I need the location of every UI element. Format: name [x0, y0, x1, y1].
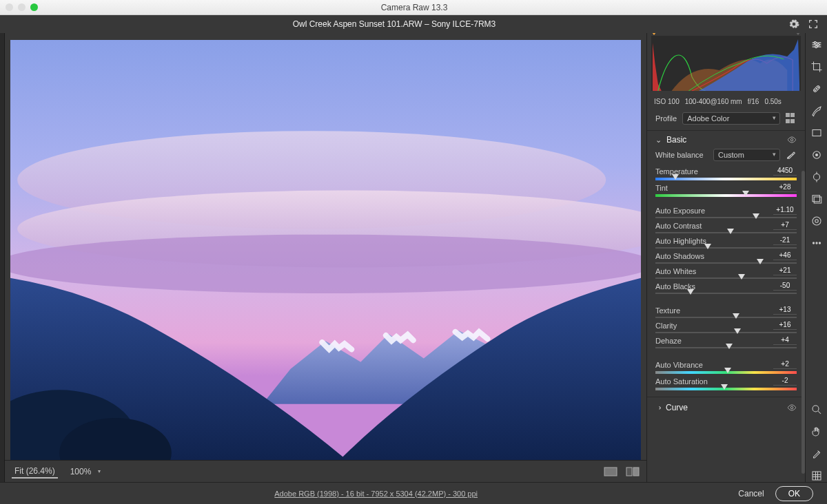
- zoom-100[interactable]: 100%: [68, 465, 94, 478]
- dehaze-value[interactable]: +4: [773, 336, 797, 345]
- highlights-value[interactable]: -21: [773, 236, 797, 245]
- tint-value[interactable]: +28: [773, 183, 797, 192]
- shadow-clip-icon[interactable]: [650, 33, 658, 35]
- heal-tool-icon[interactable]: [810, 83, 823, 95]
- filmstrip-collapsed[interactable]: [0, 33, 5, 482]
- blacks-thumb[interactable]: [687, 289, 694, 295]
- whites-value[interactable]: +21: [773, 266, 797, 275]
- temperature-value[interactable]: 4450: [773, 167, 797, 176]
- zoom-window-icon[interactable]: [30, 3, 38, 11]
- saturation-track[interactable]: [655, 388, 797, 390]
- blacks-slider[interactable]: Auto Blacks-50: [655, 282, 797, 294]
- edit-panel: ISO 100 100-400@160 mm f/16 0.50s Profil…: [646, 33, 805, 482]
- edit-tool-icon[interactable]: [810, 39, 823, 51]
- highlight-clip-icon[interactable]: [794, 33, 802, 35]
- cancel-button[interactable]: Cancel: [738, 489, 764, 498]
- profile-browser-icon[interactable]: [786, 113, 797, 124]
- gradient-rect-tool-icon[interactable]: [810, 127, 823, 139]
- shadows-slider[interactable]: Auto Shadows+46: [655, 251, 797, 264]
- profile-select[interactable]: Adobe Color: [682, 112, 780, 125]
- shadows-track[interactable]: [655, 262, 797, 264]
- clarity-value[interactable]: +16: [773, 321, 797, 330]
- contrast-track[interactable]: [655, 232, 797, 233]
- texture-thumb[interactable]: [733, 313, 739, 319]
- histogram[interactable]: [651, 36, 801, 91]
- more-icon[interactable]: [810, 237, 823, 249]
- temperature-thumb[interactable]: [672, 174, 679, 180]
- vibrance-thumb[interactable]: [724, 368, 731, 373]
- tint-thumb[interactable]: [742, 191, 749, 196]
- eyedropper-icon[interactable]: [786, 149, 797, 160]
- highlights-track[interactable]: [655, 247, 797, 249]
- whites-thumb[interactable]: [738, 274, 745, 280]
- toggle-visibility-icon[interactable]: [787, 135, 797, 145]
- exposure-slider[interactable]: Auto Exposure+1.10: [655, 206, 797, 218]
- brush-tool-icon[interactable]: [810, 105, 823, 117]
- temperature-track[interactable]: [655, 178, 797, 180]
- panel-scrollbar[interactable]: [802, 171, 805, 474]
- texture-value[interactable]: +13: [773, 306, 797, 315]
- highlights-thumb[interactable]: [704, 244, 711, 249]
- hand-tool-icon[interactable]: [810, 426, 823, 438]
- redeye-tool-icon[interactable]: [810, 171, 823, 183]
- zoom-dropdown-icon[interactable]: ▾: [98, 468, 101, 474]
- vibrance-slider[interactable]: Auto Vibrance+2: [655, 360, 797, 374]
- image-canvas[interactable]: [5, 33, 646, 460]
- zoom-tool-icon[interactable]: [810, 403, 823, 416]
- toggle-visibility-icon[interactable]: [787, 403, 797, 412]
- wb-select[interactable]: Custom: [713, 149, 780, 161]
- snapshots-icon[interactable]: [810, 193, 823, 205]
- dehaze-track[interactable]: [655, 347, 797, 348]
- exposure-track[interactable]: [655, 217, 797, 218]
- before-after-view-icon[interactable]: [626, 467, 640, 476]
- zoom-fit[interactable]: Fit (26.4%): [12, 465, 58, 479]
- traffic-lights: [6, 3, 38, 11]
- exposure-thumb[interactable]: [753, 213, 759, 219]
- blacks-track[interactable]: [655, 293, 797, 294]
- exposure-value[interactable]: +1.10: [773, 206, 797, 215]
- contrast-value[interactable]: +7: [773, 221, 797, 230]
- ok-button[interactable]: OK: [775, 486, 813, 501]
- dehaze-thumb[interactable]: [726, 344, 733, 349]
- contrast-slider[interactable]: Auto Contrast+7: [655, 221, 797, 233]
- texture-track[interactable]: [655, 317, 797, 318]
- dehaze-slider[interactable]: Dehaze+4: [655, 336, 797, 348]
- shadows-thumb[interactable]: [757, 259, 764, 264]
- contrast-thumb[interactable]: [727, 229, 734, 234]
- output-settings-link[interactable]: Adobe RGB (1998) - 16 bit - 7952 x 5304 …: [14, 490, 738, 498]
- saturation-value[interactable]: -2: [773, 377, 797, 386]
- texture-slider[interactable]: Texture+13: [655, 306, 797, 318]
- clarity-slider[interactable]: Clarity+16: [655, 321, 797, 333]
- whites-slider[interactable]: Auto Whites+21: [655, 266, 797, 279]
- color-sampler-icon[interactable]: [810, 448, 823, 460]
- tint-track[interactable]: [655, 194, 797, 197]
- svg-point-28: [819, 242, 820, 244]
- whites-track[interactable]: [655, 277, 797, 279]
- clarity-thumb[interactable]: [734, 328, 741, 334]
- vibrance-track[interactable]: [655, 371, 797, 374]
- presets-icon[interactable]: [810, 215, 823, 227]
- grid-toggle-icon[interactable]: [810, 470, 823, 482]
- highlights-label: Auto Highlights: [655, 237, 706, 245]
- basic-header[interactable]: ⌄ Basic: [655, 135, 797, 145]
- highlights-slider[interactable]: Auto Highlights-21: [655, 236, 797, 249]
- shadows-value[interactable]: +46: [773, 251, 797, 260]
- radial-tool-icon[interactable]: [810, 149, 823, 161]
- curve-header[interactable]: ⌄ Curve: [647, 397, 805, 418]
- close-window-icon[interactable]: [6, 3, 13, 11]
- saturation-thumb[interactable]: [721, 384, 728, 390]
- fullscreen-icon[interactable]: [808, 19, 819, 30]
- minimize-window-icon[interactable]: [18, 3, 25, 11]
- blacks-value[interactable]: -50: [773, 282, 797, 291]
- tint-slider[interactable]: Tint+28: [655, 183, 797, 197]
- clarity-track[interactable]: [655, 332, 797, 333]
- zoom-bar: Fit (26.4%) 100% ▾: [5, 460, 646, 482]
- single-view-icon[interactable]: [604, 467, 617, 476]
- basic-title: Basic: [666, 135, 783, 145]
- temperature-slider[interactable]: Temperature4450: [655, 167, 797, 180]
- gear-icon[interactable]: [788, 19, 799, 30]
- saturation-slider[interactable]: Auto Saturation-2: [655, 377, 797, 390]
- crop-tool-icon[interactable]: [810, 61, 823, 73]
- vibrance-value[interactable]: +2: [773, 360, 797, 369]
- svg-point-26: [813, 242, 814, 244]
